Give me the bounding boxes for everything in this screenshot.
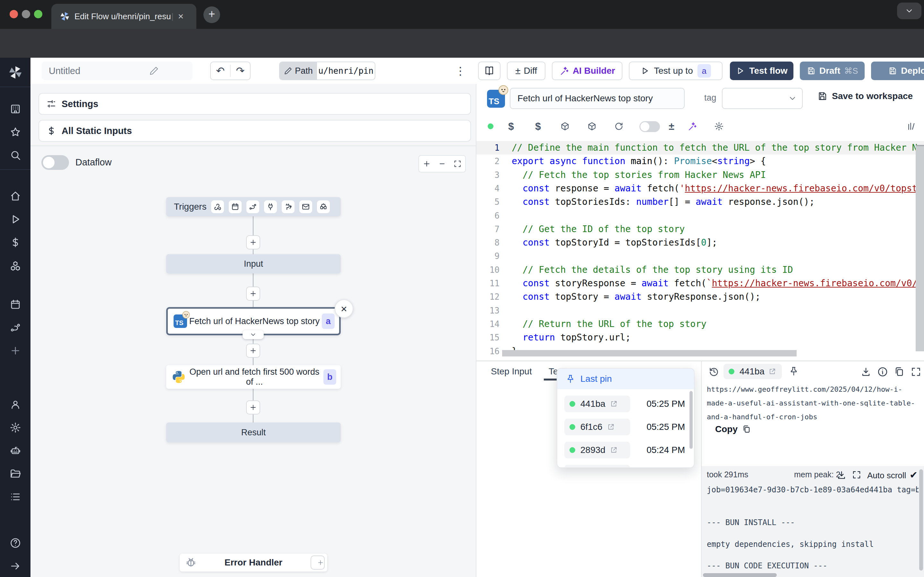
sidebar-item-flows-icon[interactable] xyxy=(0,319,31,337)
sidebar-item-user-icon[interactable] xyxy=(0,396,31,414)
sidebar-item-runs-icon[interactable] xyxy=(0,210,31,228)
sidebar-item-folders-icon[interactable] xyxy=(0,465,31,483)
diff-icon[interactable]: ± xyxy=(665,120,678,133)
pin-history-item[interactable]: 6f1c605:25 PM xyxy=(557,417,695,437)
code-line-14[interactable]: 14 // Return the URL of the top story xyxy=(477,318,924,331)
package-lock-icon[interactable] xyxy=(586,120,598,133)
sidebar-item-home-icon[interactable] xyxy=(0,187,31,205)
diff-button[interactable]: ±Diff xyxy=(507,61,545,80)
window-close-button[interactable] xyxy=(10,10,18,18)
job-badge[interactable]: 1e4ab xyxy=(564,465,630,468)
more-options-kebab-icon[interactable]: ⋮ xyxy=(454,62,467,79)
undo-button[interactable]: ↶ xyxy=(211,65,231,77)
add-step-button[interactable] xyxy=(246,235,260,250)
code-line-6[interactable]: 6 xyxy=(477,209,924,222)
flow-summary-field[interactable]: Untitled xyxy=(42,61,192,80)
code-line-1[interactable]: 1// Define the main function to fetch th… xyxy=(477,141,924,155)
test-flow-button[interactable]: Test flow xyxy=(730,61,793,80)
dataflow-toggle[interactable] xyxy=(41,155,69,170)
code-line-11[interactable]: 11 const storyResponse = await fetch(`ht… xyxy=(477,277,924,290)
redo-button[interactable]: ↷ xyxy=(231,65,250,77)
pin-history-item[interactable]: 1e4ab05:21 PM xyxy=(557,464,695,468)
reset-icon[interactable] xyxy=(612,120,625,133)
pin-icon[interactable] xyxy=(788,365,800,377)
tab-close-icon[interactable]: × xyxy=(178,11,184,22)
external-link-icon[interactable] xyxy=(610,446,618,454)
editor-horizontal-scrollbar[interactable] xyxy=(502,350,796,356)
settings-card[interactable]: Settings xyxy=(39,93,471,115)
sidebar-item-add-icon[interactable] xyxy=(0,342,31,359)
code-line-3[interactable]: 3 // Fetch the top stories from Hacker N… xyxy=(477,168,924,182)
sidebar-item-help-icon[interactable] xyxy=(0,534,31,552)
sidebar-item-ai-icon[interactable] xyxy=(0,442,31,460)
plug-zap-icon[interactable] xyxy=(282,200,294,213)
editor-toggle[interactable] xyxy=(640,121,660,132)
tab-search-chevron-button[interactable] xyxy=(897,3,921,19)
collapse-step-chevron-button[interactable] xyxy=(242,330,264,339)
window-zoom-button[interactable] xyxy=(34,10,42,18)
new-tab-button[interactable]: + xyxy=(204,6,220,23)
step-node-b[interactable]: Open url and fetch first 500 words of ..… xyxy=(166,365,341,389)
schedule-icon[interactable] xyxy=(229,200,242,213)
external-link-icon[interactable] xyxy=(610,400,618,408)
last-pin-option[interactable]: Last pin xyxy=(557,369,695,389)
resources-icon[interactable]: $ xyxy=(531,120,544,133)
editor-vertical-scrollbar[interactable] xyxy=(916,145,924,351)
expand-icon[interactable] xyxy=(911,366,921,377)
history-icon[interactable] xyxy=(708,365,720,378)
result-node[interactable]: Result xyxy=(166,422,341,442)
sidebar-item-variables-icon[interactable] xyxy=(0,234,31,251)
external-link-icon[interactable] xyxy=(768,367,776,376)
save-to-workspace-button[interactable]: Save to workspace xyxy=(817,91,913,101)
code-line-7[interactable]: 7 // Get the ID of the top story xyxy=(477,222,924,236)
poll-icon[interactable] xyxy=(317,200,330,213)
zoom-out-icon[interactable] xyxy=(438,160,446,168)
step-summary-input[interactable]: Fetch url of HackerNews top story xyxy=(510,88,685,109)
editor-settings-gear-icon[interactable] xyxy=(712,120,725,133)
code-line-4[interactable]: 4 const response = await fetch('https://… xyxy=(477,182,924,195)
download-logs-icon[interactable] xyxy=(837,470,846,480)
sidebar-item-logs-icon[interactable] xyxy=(0,488,31,506)
auto-scroll-checkbox[interactable]: ✔ xyxy=(909,469,918,480)
triggers-node[interactable]: Triggers xyxy=(166,197,341,216)
package-icon[interactable] xyxy=(559,120,572,133)
library-icon[interactable] xyxy=(905,120,918,133)
download-icon[interactable] xyxy=(861,366,871,377)
pin-history-item[interactable]: 2893d05:24 PM xyxy=(557,440,695,460)
copy-clipboard-icon[interactable] xyxy=(894,366,905,377)
tag-select[interactable] xyxy=(722,88,803,109)
zoom-in-icon[interactable] xyxy=(423,160,431,168)
code-line-9[interactable]: 9 xyxy=(477,250,924,263)
add-step-button[interactable] xyxy=(246,343,260,358)
remove-step-button[interactable]: × xyxy=(334,300,353,318)
docs-button[interactable] xyxy=(478,61,501,80)
code-line-13[interactable]: 13 xyxy=(477,304,924,318)
log-vertical-scrollbar[interactable] xyxy=(919,469,923,571)
draft-button[interactable]: Draft⌘S xyxy=(800,61,865,80)
window-minimize-button[interactable] xyxy=(22,10,30,18)
add-step-button[interactable] xyxy=(246,287,260,301)
add-step-button[interactable] xyxy=(246,400,260,414)
deploy-button[interactable]: Deploy xyxy=(871,61,924,80)
email-icon[interactable] xyxy=(299,200,312,213)
error-handler-node[interactable]: Error Handler xyxy=(180,554,327,572)
pin-history-item[interactable]: 441ba05:25 PM xyxy=(557,394,695,414)
job-badge[interactable]: 441ba xyxy=(724,364,782,379)
code-line-17[interactable]: 17 xyxy=(477,358,924,359)
job-badge[interactable]: 441ba xyxy=(564,396,630,412)
windmill-logo-icon[interactable] xyxy=(0,63,31,82)
sidebar-item-schedules-icon[interactable] xyxy=(0,295,31,314)
variables-icon[interactable]: $ xyxy=(505,120,517,133)
ai-builder-button[interactable]: AI Builder xyxy=(552,61,622,80)
browser-tab[interactable]: Edit Flow u/henri/pin_results | × xyxy=(51,4,196,29)
info-icon[interactable] xyxy=(877,366,888,377)
job-badge[interactable]: 2893d xyxy=(564,442,630,458)
webhook-icon[interactable] xyxy=(211,200,224,213)
tab-step-input[interactable]: Step Input xyxy=(491,366,532,377)
code-line-10[interactable]: 10 // Fetch the details of the top story… xyxy=(477,263,924,277)
code-line-15[interactable]: 15 return topStory.url; xyxy=(477,331,924,344)
all-static-inputs-card[interactable]: All Static Inputs xyxy=(39,120,471,142)
route-icon[interactable] xyxy=(246,200,259,213)
sidebar-item-workspace-icon[interactable] xyxy=(0,100,31,118)
test-up-to-button[interactable]: Test up to a xyxy=(629,61,722,80)
